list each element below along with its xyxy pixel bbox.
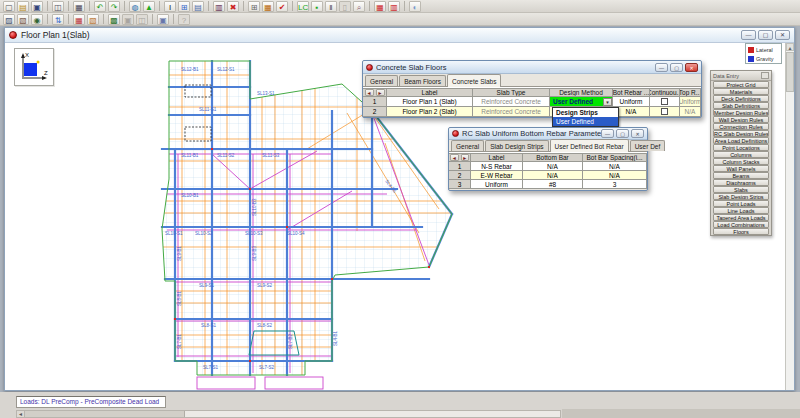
cell-design-method[interactable]: User Defined ▼	[550, 97, 613, 107]
data-entry-button-member-design-rules[interactable]: Member Design Rules	[713, 109, 769, 116]
table-icon[interactable]: ⊞	[248, 1, 260, 12]
cell-slab-type[interactable]: Reinforced Concrete	[473, 107, 550, 117]
cell-bottom-bar[interactable]: N/A	[523, 162, 583, 171]
horizontal-scrollbar[interactable]: ◄	[16, 410, 561, 418]
cell-label[interactable]: N-S Rebar	[471, 162, 523, 171]
cell-bot-rebar[interactable]: Uniform	[613, 97, 650, 107]
dropdown-option-design-strips[interactable]: Design Strips	[553, 108, 618, 117]
restore-button[interactable]: ▢	[758, 30, 773, 40]
data-entry-button-project-grid[interactable]: Project Grid	[713, 81, 769, 88]
nav-right-icon[interactable]: ►	[376, 89, 385, 96]
minimize-button[interactable]: —	[601, 129, 614, 138]
print-icon[interactable]: ▦	[73, 1, 85, 12]
data-entry-button-wall-panels[interactable]: Wall Panels	[713, 165, 769, 172]
resize-icon[interactable]: ⇅	[52, 14, 64, 25]
copy-floor-icon[interactable]: ▨	[3, 14, 15, 25]
row-number[interactable]: 3	[449, 180, 471, 189]
target-icon[interactable]: ◉	[31, 14, 43, 25]
row-number[interactable]: 1	[449, 162, 471, 171]
data-entry-button-rc-slab-design-rules[interactable]: RC Slab Design Rules	[713, 130, 769, 137]
data-entry-button-wall-design-rules[interactable]: Wall Design Rules	[713, 116, 769, 123]
panel-button[interactable]	[761, 72, 769, 79]
building-red2-icon[interactable]: ▥	[388, 1, 400, 12]
add-view-icon[interactable]: ⊞	[178, 1, 190, 12]
scroll-up-icon[interactable]: ▲	[786, 43, 794, 51]
globe-icon[interactable]: ◍	[129, 1, 141, 12]
undo-icon[interactable]: ↶	[94, 1, 106, 12]
cell-label[interactable]: Floor Plan 2 (Slab)	[387, 107, 473, 117]
copy-icon[interactable]: ◫	[52, 1, 64, 12]
stack-green-icon[interactable]: ▩	[108, 14, 120, 25]
slab-orange-icon[interactable]: ▧	[87, 14, 99, 25]
data-entry-button-columns[interactable]: Columns	[713, 151, 769, 158]
paste-floor-icon[interactable]: ▧	[17, 14, 29, 25]
continuous-checkbox[interactable]	[661, 108, 668, 115]
cell-bar-spacing[interactable]: N/A	[583, 171, 647, 180]
data-entry-button-floors[interactable]: Floors	[713, 228, 769, 235]
data-entry-button-diaphragms[interactable]: Diaphragms	[713, 179, 769, 186]
restore-button[interactable]: ▢	[616, 129, 629, 138]
data-entry-button-slab-design-strips[interactable]: Slab Design Strips	[713, 193, 769, 200]
new-icon[interactable]: ▢	[3, 1, 15, 12]
delete-icon[interactable]: ✖	[227, 1, 239, 12]
layers-icon[interactable]: ▤	[192, 1, 204, 12]
cell-bottom-bar[interactable]: #8	[523, 180, 583, 189]
vertical-scroll-thumb[interactable]	[786, 52, 794, 92]
row-number[interactable]: 1	[363, 97, 387, 107]
data-entry-button-connection-rules[interactable]: Connection Rules	[713, 123, 769, 130]
close-button[interactable]: ✕	[631, 129, 644, 138]
dropdown-option-user-defined[interactable]: User Defined	[553, 117, 618, 126]
data-entry-button-beams[interactable]: Beams	[713, 172, 769, 179]
data-entry-button-line-loads[interactable]: Line Loads	[713, 207, 769, 214]
dropdown-button[interactable]: ▼	[603, 98, 612, 106]
data-entry-titlebar[interactable]: Data Entry	[711, 71, 771, 81]
redo-icon[interactable]: ↷	[108, 1, 120, 12]
restore-button[interactable]: ▢	[670, 63, 683, 72]
data-entry-button-point-locations[interactable]: Point Locations	[713, 144, 769, 151]
data-entry-button-column-stacks[interactable]: Column Stacks	[713, 158, 769, 165]
minimize-button[interactable]: —	[655, 63, 668, 72]
data-entry-button-deck-definitions[interactable]: Deck Definitions	[713, 95, 769, 102]
cell-continuous[interactable]	[650, 107, 680, 117]
open-icon[interactable]: ▤	[17, 1, 29, 12]
data-entry-button-slabs[interactable]: Slabs	[713, 186, 769, 193]
scroll-left-icon[interactable]: ◄	[17, 411, 25, 417]
cell-slab-type[interactable]: Reinforced Concrete	[473, 97, 550, 107]
cell-top-rebar[interactable]: N/A	[680, 107, 701, 117]
cell-top-rebar[interactable]: Uniform	[680, 97, 701, 107]
ramp-icon[interactable]: ▲	[143, 1, 155, 12]
save-icon[interactable]: ▣	[31, 1, 43, 12]
tab-general[interactable]: General	[365, 75, 398, 86]
cell-label[interactable]: Uniform	[471, 180, 523, 189]
wall-icon[interactable]: ▥	[213, 1, 225, 12]
data-entry-button-materials[interactable]: Materials	[713, 88, 769, 95]
cell-bar-spacing[interactable]: 3	[583, 180, 647, 189]
building-red-icon[interactable]: ▦	[374, 1, 386, 12]
data-entry-button-slab-definitions[interactable]: Slab Definitions	[713, 102, 769, 109]
row-number[interactable]: 2	[363, 107, 387, 117]
data-entry-button-load-combinations[interactable]: Load Combinations	[713, 221, 769, 228]
data-entry-button-point-loads[interactable]: Point Loads	[713, 200, 769, 207]
ibeam-icon[interactable]: Ι	[164, 1, 176, 12]
tab-user-def[interactable]: User Def	[630, 140, 666, 151]
nav-left-icon[interactable]: ◄	[450, 154, 459, 161]
vertical-scrollbar[interactable]: ▲	[785, 43, 794, 390]
slab-red-icon[interactable]: ▦	[73, 14, 85, 25]
data-entry-button-tapered-area-loads[interactable]: Tapered Area Loads	[713, 214, 769, 221]
check-red-icon[interactable]: ✔	[276, 1, 288, 12]
floor-plan-window-titlebar[interactable]: Floor Plan 1(Slab) — ▢ ✕	[5, 28, 794, 43]
data-entry-button-area-load-definitions[interactable]: Area Load Definitions	[713, 137, 769, 144]
cell-bottom-bar[interactable]: N/A	[523, 171, 583, 180]
green-box-icon[interactable]: ▪	[311, 1, 323, 12]
world-icon[interactable]: ◐	[409, 1, 421, 12]
minimize-button[interactable]: —	[741, 30, 756, 40]
cell-bar-spacing[interactable]: N/A	[583, 162, 647, 171]
tab-general[interactable]: General	[451, 140, 484, 151]
tab-user-defined-bot-rebar[interactable]: User Defined Bot Rebar	[550, 139, 629, 152]
continuous-checkbox[interactable]	[661, 98, 668, 105]
nav-right-icon[interactable]: ►	[461, 154, 470, 161]
concrete-slab-floors-titlebar[interactable]: Concrete Slab Floors — ▢ ✕	[363, 61, 701, 74]
load-case-icon[interactable]: LC	[297, 1, 309, 12]
horizontal-scroll-thumb[interactable]	[25, 411, 185, 417]
tab-beam-floors[interactable]: Beam Floors	[399, 75, 446, 86]
